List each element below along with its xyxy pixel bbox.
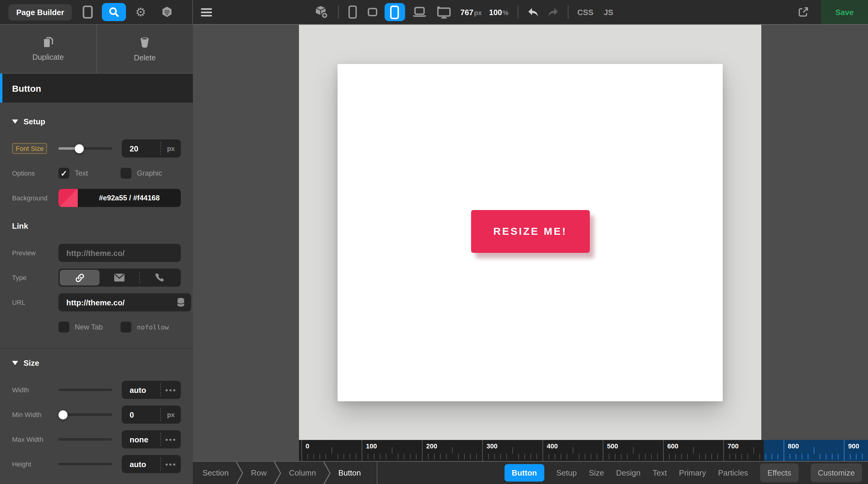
width-input[interactable]: auto ●●●	[122, 381, 181, 399]
ruler-tick	[374, 454, 374, 459]
element-library-button[interactable]	[155, 3, 179, 21]
min-width-unit[interactable]: px	[160, 408, 181, 421]
min-width-slider[interactable]	[59, 414, 112, 416]
height-slider[interactable]	[59, 463, 112, 465]
max-width-options-dots[interactable]: ●●●	[160, 433, 181, 446]
options-label: Options	[12, 170, 59, 177]
link-type-email[interactable]	[99, 270, 139, 285]
tab-design[interactable]: Design	[616, 468, 641, 477]
max-width-input[interactable]: none ●●●	[122, 430, 181, 448]
tab-particles[interactable]: Particles	[718, 468, 748, 477]
font-size-value[interactable]: 20	[122, 144, 160, 153]
ruler-tick	[470, 454, 471, 459]
add-element-button[interactable]	[314, 5, 328, 19]
link-url-input[interactable]	[59, 293, 191, 311]
ruler-tick	[603, 440, 603, 461]
duplicate-button[interactable]: Duplicate	[0, 25, 96, 73]
min-width-value[interactable]: 0	[122, 410, 160, 419]
tab-text[interactable]: Text	[652, 468, 667, 477]
device-phone-landscape-button[interactable]	[367, 8, 377, 16]
new-tab-checkbox[interactable]: New Tab	[59, 322, 121, 333]
setup-section-toggle[interactable]: Setup	[12, 117, 181, 126]
height-options-dots[interactable]: ●●●	[160, 457, 181, 471]
width-value[interactable]: auto	[122, 385, 160, 394]
tab-effects[interactable]: Effects	[760, 463, 798, 482]
ruler-label: 400	[547, 443, 558, 450]
open-preview-button[interactable]	[798, 7, 809, 18]
breadcrumb-column[interactable]: Column	[289, 468, 316, 477]
device-tablet-portrait-button[interactable]	[384, 3, 405, 21]
font-size-input[interactable]: 20 px	[122, 139, 181, 158]
font-size-label[interactable]: Font Size	[12, 143, 47, 154]
delete-button[interactable]: Delete	[96, 25, 193, 73]
ruler-label: 500	[607, 443, 618, 450]
device-phone-portrait-button[interactable]	[348, 5, 356, 19]
js-button[interactable]: JS	[604, 7, 613, 17]
slider-thumb[interactable]	[75, 144, 84, 153]
device-laptop-button[interactable]	[412, 7, 427, 18]
hamburger-icon	[201, 7, 212, 17]
device-desktop-button[interactable]	[436, 6, 451, 19]
envelope-icon	[114, 274, 125, 282]
ruler-tick	[699, 454, 700, 459]
ruler-tick	[567, 454, 567, 459]
breadcrumb-row[interactable]: Row	[251, 468, 267, 477]
link-type-phone[interactable]	[140, 270, 180, 285]
tab-customize[interactable]: Customize	[810, 463, 862, 482]
slider-thumb[interactable]	[59, 410, 67, 419]
tab-size[interactable]: Size	[589, 468, 604, 477]
undo-button[interactable]	[527, 7, 538, 17]
menu-button[interactable]	[201, 7, 212, 17]
ruler-tick	[410, 454, 410, 459]
width-slider[interactable]	[59, 389, 112, 391]
breadcrumb-button[interactable]: Button	[338, 468, 361, 477]
width-options-dots[interactable]: ●●●	[160, 383, 181, 397]
breadcrumb-section[interactable]: Section	[203, 468, 229, 477]
resize-me-button[interactable]: RESIZE ME!	[471, 210, 590, 253]
page-builder-button[interactable]: Page Builder	[8, 4, 72, 20]
checkbox-unchecked[interactable]	[59, 322, 69, 333]
toggle-panel-icon[interactable]	[76, 3, 100, 21]
ruler-tick	[862, 454, 863, 459]
redo-button[interactable]	[547, 7, 558, 17]
viewport-width-readout[interactable]: 767 px	[460, 7, 482, 17]
checkbox-unchecked[interactable]	[121, 322, 131, 333]
background-color-control[interactable]: #e92a55 / #f44168	[59, 189, 181, 207]
min-width-input[interactable]: 0 px	[122, 405, 181, 424]
option-text[interactable]: ✓ Text	[59, 168, 121, 179]
gear-icon: ⚙	[135, 6, 146, 18]
tab-button[interactable]: Button	[504, 464, 544, 482]
tab-setup[interactable]: Setup	[556, 468, 577, 477]
link-preview-row: Preview	[12, 244, 181, 262]
zoom-readout[interactable]: 100 %	[489, 7, 508, 17]
font-size-unit[interactable]: px	[160, 142, 181, 155]
nofollow-checkbox[interactable]: nofollow	[121, 322, 183, 333]
ruler[interactable]: 0100200300400500600700800900	[299, 440, 868, 461]
height-input[interactable]: auto ●●●	[122, 455, 181, 473]
height-value[interactable]: auto	[122, 460, 160, 468]
ruler-tick	[850, 454, 850, 459]
settings-button[interactable]: ⚙	[129, 3, 153, 21]
link-preview-input[interactable]	[59, 244, 181, 262]
link-type-url[interactable]	[60, 270, 99, 285]
font-size-slider[interactable]	[59, 147, 112, 150]
checkbox-checked-icon[interactable]: ✓	[59, 168, 69, 179]
save-button[interactable]: Save	[821, 0, 868, 24]
css-button[interactable]: CSS	[577, 7, 593, 17]
option-graphic[interactable]: Graphic	[121, 168, 183, 179]
ruler-tick	[609, 454, 610, 459]
search-button[interactable]	[102, 3, 126, 21]
element-title: Button	[0, 74, 193, 103]
checkbox-unchecked[interactable]	[121, 168, 131, 179]
max-width-value[interactable]: none	[122, 435, 160, 444]
ruler-tick	[549, 454, 549, 459]
max-width-slider[interactable]	[59, 438, 112, 440]
ruler-tick	[440, 454, 441, 459]
ruler-tick	[518, 454, 519, 459]
ruler-tick	[434, 454, 435, 459]
color-swatch[interactable]	[59, 189, 78, 207]
tab-primary[interactable]: Primary	[679, 468, 706, 477]
database-icon[interactable]	[177, 297, 185, 307]
size-section-toggle[interactable]: Size	[12, 359, 181, 368]
max-width-label: Max Width	[12, 436, 59, 443]
